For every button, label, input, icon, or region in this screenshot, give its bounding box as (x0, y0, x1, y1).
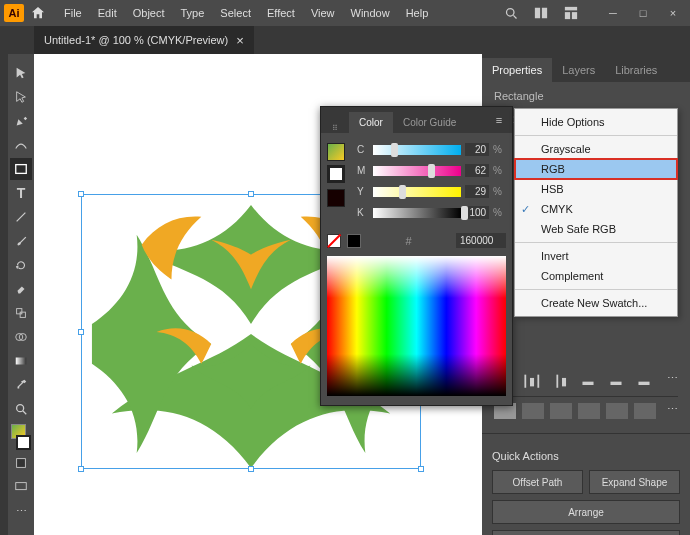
paintbrush-tool[interactable] (10, 230, 32, 252)
menu-item-cmyk[interactable]: ✓CMYK (515, 199, 677, 219)
home-icon[interactable] (28, 3, 48, 23)
channel-Y-slider[interactable] (373, 187, 461, 197)
direct-selection-tool[interactable] (10, 86, 32, 108)
hex-input[interactable]: 160000 (456, 233, 506, 248)
menu-item-hide-options[interactable]: Hide Options (515, 112, 677, 132)
color-spectrum[interactable] (327, 256, 506, 396)
menu-item-grayscale[interactable]: Grayscale (515, 139, 677, 159)
align-bottom-icon[interactable]: ▬ (634, 372, 654, 390)
screen-mode-icon[interactable] (10, 476, 32, 498)
menu-item-hsb[interactable]: HSB (515, 179, 677, 199)
menu-window[interactable]: Window (343, 7, 398, 19)
channel-C-slider[interactable] (373, 145, 461, 155)
channel-C-label: C (357, 144, 369, 155)
arrange-docs-icon[interactable] (528, 3, 554, 23)
more-pathfinder-icon[interactable]: ⋯ (667, 403, 678, 419)
line-tool[interactable] (10, 206, 32, 228)
gradient-tool[interactable] (10, 350, 32, 372)
align-middle-icon[interactable]: ▬ (606, 372, 626, 390)
panel-collapse-strip-left[interactable] (0, 54, 8, 535)
channel-Y-label: Y (357, 186, 369, 197)
menu-item-web-safe-rgb[interactable]: Web Safe RGB (515, 219, 677, 239)
arrange-button[interactable]: Arrange (492, 500, 680, 524)
hex-hash-icon: # (405, 235, 411, 247)
channel-K-label: K (357, 207, 369, 218)
active-color-swatch[interactable] (327, 189, 345, 207)
offset-path-button[interactable]: Offset Path (492, 470, 583, 494)
panel-grip-icon[interactable]: ⠿ (321, 120, 349, 133)
channel-M-value[interactable]: 62 (465, 164, 489, 177)
edit-toolbar-icon[interactable]: ⋯ (10, 500, 32, 522)
channel-K-value[interactable]: 100 (465, 206, 489, 219)
menu-item-invert[interactable]: Invert (515, 246, 677, 266)
pen-tool[interactable] (10, 110, 32, 132)
channel-Y-value[interactable]: 29 (465, 185, 489, 198)
minimize-icon[interactable]: ─ (600, 3, 626, 23)
maximize-icon[interactable]: □ (630, 3, 656, 23)
menu-help[interactable]: Help (398, 7, 437, 19)
tab-layers[interactable]: Layers (552, 58, 605, 82)
menu-object[interactable]: Object (125, 7, 173, 19)
pathfinder-minus-icon[interactable] (522, 403, 544, 419)
pathfinder-exclude-icon[interactable] (578, 403, 600, 419)
rectangle-tool[interactable] (10, 158, 32, 180)
color-panel: ⠿ Color Color Guide ≡ C 20 %M 62 %Y 29 %… (320, 106, 513, 406)
align-right-icon[interactable]: ┃▮ (550, 372, 570, 390)
workspace-icon[interactable] (558, 3, 584, 23)
search-icon[interactable] (498, 3, 524, 23)
expand-shape-button[interactable]: Expand Shape (589, 470, 680, 494)
align-top-icon[interactable]: ▬ (578, 372, 598, 390)
channel-M-slider[interactable] (373, 166, 461, 176)
tab-properties[interactable]: Properties (482, 58, 552, 82)
fill-stroke-swatch[interactable] (10, 424, 32, 450)
menu-select[interactable]: Select (212, 7, 259, 19)
none-color-icon[interactable] (327, 234, 341, 248)
shape-builder-tool[interactable] (10, 326, 32, 348)
color-panel-flyout-menu: Hide OptionsGrayscaleRGBHSB✓CMYKWeb Safe… (514, 108, 678, 317)
menu-item-rgb[interactable]: RGB (515, 159, 677, 179)
eraser-tool[interactable] (10, 278, 32, 300)
type-tool[interactable]: T (10, 182, 32, 204)
stroke-swatch-panel[interactable] (327, 165, 345, 183)
selection-tool[interactable] (10, 62, 32, 84)
menu-effect[interactable]: Effect (259, 7, 303, 19)
menu-view[interactable]: View (303, 7, 343, 19)
recolor-button[interactable]: Recolor (492, 530, 680, 535)
tab-color-guide[interactable]: Color Guide (393, 112, 466, 133)
black-swatch-icon[interactable] (347, 234, 361, 248)
eyedropper-tool[interactable] (10, 374, 32, 396)
check-icon: ✓ (521, 203, 530, 216)
menu-item-complement[interactable]: Complement (515, 266, 677, 286)
scale-tool[interactable] (10, 302, 32, 324)
menu-item-create-new-swatch-[interactable]: Create New Swatch... (515, 293, 677, 313)
menu-type[interactable]: Type (173, 7, 213, 19)
selection-type-label: Rectangle (494, 90, 678, 102)
fill-swatch-panel[interactable] (327, 143, 345, 161)
curvature-tool[interactable] (10, 134, 32, 156)
tab-color[interactable]: Color (349, 112, 393, 133)
document-tab[interactable]: Untitled-1* @ 100 % (CMYK/Preview) × (34, 26, 254, 54)
menu-file[interactable]: File (56, 7, 90, 19)
pathfinder-trim-icon[interactable] (634, 403, 656, 419)
align-center-h-icon[interactable]: ┃▮┃ (522, 372, 542, 390)
top-menu-bar: Ai FileEditObjectTypeSelectEffectViewWin… (0, 0, 690, 26)
channel-K-slider[interactable] (373, 208, 461, 218)
document-tab-bar: Untitled-1* @ 100 % (CMYK/Preview) × (0, 26, 690, 54)
draw-mode-icon[interactable] (10, 452, 32, 474)
pathfinder-intersect-icon[interactable] (550, 403, 572, 419)
more-options-icon[interactable]: ⋯ (667, 372, 678, 390)
rotate-tool[interactable] (10, 254, 32, 276)
menu-edit[interactable]: Edit (90, 7, 125, 19)
close-tab-icon[interactable]: × (236, 33, 244, 48)
channel-C-value[interactable]: 20 (465, 143, 489, 156)
panel-menu-icon[interactable]: ≡ (490, 111, 508, 129)
stroke-swatch[interactable] (16, 435, 31, 450)
svg-rect-16 (17, 459, 26, 468)
zoom-tool[interactable] (10, 398, 32, 420)
svg-line-8 (17, 213, 26, 222)
pathfinder-divide-icon[interactable] (606, 403, 628, 419)
tab-libraries[interactable]: Libraries (605, 58, 667, 82)
close-icon[interactable]: × (660, 3, 686, 23)
quick-actions-label: Quick Actions (492, 450, 680, 462)
svg-rect-3 (542, 8, 547, 19)
